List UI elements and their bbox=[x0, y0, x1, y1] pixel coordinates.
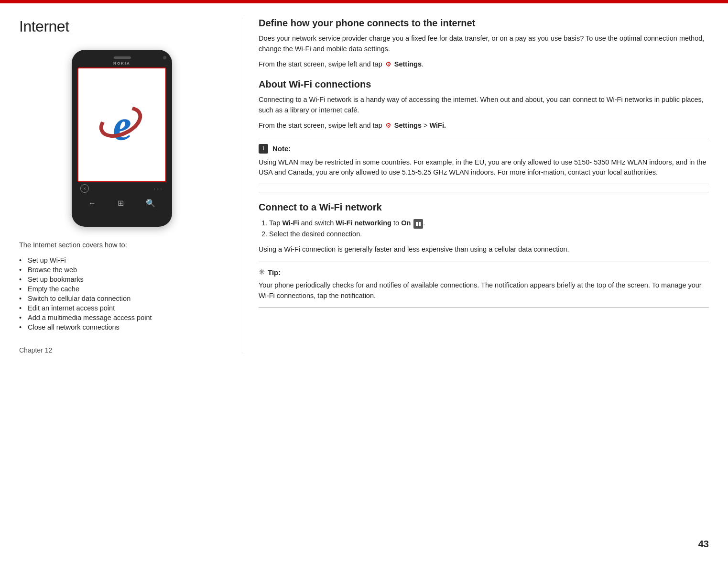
wifi-label: WiFi. bbox=[430, 122, 446, 129]
list-item: Edit an internet access point bbox=[19, 303, 225, 313]
chapter-label: Chapter 12 bbox=[19, 346, 225, 354]
phone-bottom-bar: × ··· bbox=[77, 182, 166, 193]
step-2: Select the desired connection. bbox=[269, 229, 709, 240]
step-1: Tap Wi-Fi and switch Wi-Fi networking to… bbox=[269, 218, 709, 229]
list-item: Set up bookmarks bbox=[19, 275, 225, 284]
note-header-text: Note: bbox=[272, 144, 291, 153]
connect-body-text: Using a Wi-Fi connection is generally fa… bbox=[259, 244, 709, 255]
list-item: Browse the web bbox=[19, 265, 225, 275]
connect-section-title: Connect to a Wi-Fi network bbox=[259, 202, 709, 213]
wifi-on-badge: ▮▮ bbox=[413, 219, 423, 229]
page-title: Internet bbox=[19, 18, 225, 35]
wifi-section-body: Connecting to a Wi-Fi network is a handy… bbox=[259, 95, 709, 116]
list-item: Switch to cellular data connection bbox=[19, 294, 225, 303]
page-layout: Internet NOKIA e × ··· bbox=[0, 3, 728, 368]
tip-header-text: Tip: bbox=[268, 268, 281, 276]
tip-body-text: Your phone periodically checks for and n… bbox=[259, 280, 709, 301]
list-item: Close all network connections bbox=[19, 322, 225, 332]
settings-instruction-text: From the start screen, swipe left and ta… bbox=[259, 60, 382, 68]
note-body-text: Using WLAN may be restricted in some cou… bbox=[259, 157, 709, 178]
wifi-settings-gear-icon: ⚙ bbox=[385, 122, 391, 129]
bullet-list: Set up Wi-Fi Browse the web Set up bookm… bbox=[19, 255, 225, 332]
step1-wifi-bold: Wi-Fi bbox=[282, 219, 299, 227]
list-item: Add a multimedia message access point bbox=[19, 313, 225, 322]
tip-header: ✳ Tip: bbox=[259, 268, 709, 276]
settings-label: Settings bbox=[394, 60, 422, 68]
section-divider bbox=[259, 192, 709, 192]
phone-dots: ··· bbox=[153, 185, 163, 192]
settings-instruction: From the start screen, swipe left and ta… bbox=[259, 59, 709, 70]
main-body-text: Does your network service provider charg… bbox=[259, 33, 709, 55]
step1-networking-bold: Wi-Fi networking bbox=[336, 219, 391, 227]
step1-on-bold: On bbox=[401, 219, 411, 227]
phone-camera bbox=[163, 56, 166, 59]
note-icon: i bbox=[259, 144, 268, 154]
top-bar bbox=[0, 0, 728, 3]
intro-text: The Internet section covers how to: bbox=[19, 241, 225, 249]
list-item: Empty the cache bbox=[19, 284, 225, 294]
phone-close-button: × bbox=[80, 184, 89, 193]
page-number: 43 bbox=[698, 539, 709, 550]
right-column: Define how your phone connects to the in… bbox=[244, 18, 709, 354]
phone-device: NOKIA e × ··· ← ⊞ 🔍 bbox=[72, 50, 172, 227]
left-column: Internet NOKIA e × ··· bbox=[19, 18, 225, 354]
phone-illustration: NOKIA e × ··· ← ⊞ 🔍 bbox=[19, 50, 225, 227]
phone-screen: e bbox=[77, 67, 166, 182]
back-icon: ← bbox=[88, 199, 96, 208]
note-header: i Note: bbox=[259, 144, 709, 154]
search-icon: 🔍 bbox=[146, 199, 155, 208]
settings-gear-icon: ⚙ bbox=[385, 60, 391, 68]
wifi-section-title: About Wi-Fi connections bbox=[259, 79, 709, 90]
phone-nav-bar: ← ⊞ 🔍 bbox=[77, 197, 166, 210]
list-item: Set up Wi-Fi bbox=[19, 255, 225, 265]
home-icon: ⊞ bbox=[118, 199, 124, 208]
phone-brand: NOKIA bbox=[77, 61, 166, 66]
tip-icon: ✳ bbox=[259, 268, 265, 276]
note-box: i Note: Using WLAN may be restricted in … bbox=[259, 138, 709, 185]
phone-speaker bbox=[114, 56, 131, 59]
main-section-title: Define how your phone connects to the in… bbox=[259, 18, 709, 29]
wifi-settings-instruction-text: From the start screen, swipe left and ta… bbox=[259, 122, 382, 129]
wifi-settings-label: Settings bbox=[394, 122, 422, 129]
tip-box: ✳ Tip: Your phone periodically checks fo… bbox=[259, 262, 709, 308]
connect-steps: Tap Wi-Fi and switch Wi-Fi networking to… bbox=[259, 218, 709, 240]
wifi-settings-instruction: From the start screen, swipe left and ta… bbox=[259, 121, 709, 131]
